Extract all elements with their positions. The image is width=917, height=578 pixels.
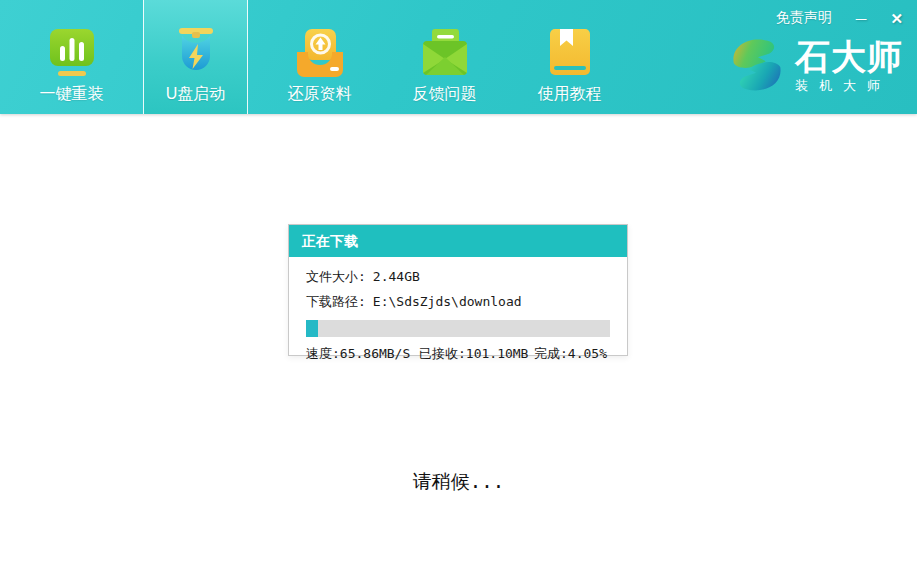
download-path-label: 下载路径: — [306, 294, 366, 309]
completion-stat: 完成:4.05% — [534, 345, 610, 363]
titlebar-controls: 免责声明 ─ ✕ — [776, 9, 903, 27]
nav-item-restore-data[interactable]: 还原资料 — [267, 0, 372, 114]
nav-item-feedback[interactable]: 反馈问题 — [392, 0, 497, 114]
dialog-body: 文件大小:2.44GB 下载路径:E:\SdsZjds\download 速度:… — [289, 268, 627, 363]
speed-stat: 速度:65.86MB/S — [306, 345, 419, 363]
file-size-value: 2.44GB — [373, 269, 420, 284]
disclaimer-link[interactable]: 免责声明 — [776, 9, 832, 27]
restore-data-icon — [292, 24, 348, 82]
logo-subtitle: 装机大师 — [795, 77, 914, 95]
progress-fill — [306, 320, 318, 337]
download-path-row: 下载路径:E:\SdsZjds\download — [306, 293, 610, 311]
logo-title: 石大师 — [795, 39, 903, 76]
nav-label: 使用教程 — [538, 84, 602, 105]
download-path-value: E:\SdsZjds\download — [373, 294, 522, 309]
app-window: 一键重装 U盘启动 — [0, 0, 917, 578]
feedback-mail-icon — [417, 24, 473, 82]
tutorial-book-icon — [544, 24, 596, 82]
nav-item-tutorial[interactable]: 使用教程 — [517, 0, 622, 114]
nav-label: 反馈问题 — [413, 84, 477, 105]
chart-bars-icon — [46, 24, 98, 82]
file-size-row: 文件大小:2.44GB — [306, 268, 610, 286]
usb-boot-icon — [168, 24, 224, 82]
logo-mark-icon — [726, 34, 788, 100]
dialog-title: 正在下载 — [289, 225, 627, 257]
file-size-label: 文件大小: — [306, 269, 366, 284]
nav-item-usb-boot[interactable]: U盘启动 — [143, 0, 248, 114]
nav-label: 一键重装 — [40, 84, 104, 105]
progress-bar — [306, 320, 610, 337]
download-stats: 速度:65.86MB/S 已接收:101.10MB 完成:4.05% — [306, 345, 610, 363]
status-text: 请稍候... — [0, 469, 917, 495]
main-nav: 一键重装 U盘启动 — [9, 0, 632, 114]
download-dialog: 正在下载 文件大小:2.44GB 下载路径:E:\SdsZjds\downloa… — [288, 224, 628, 356]
nav-label: 还原资料 — [288, 84, 352, 105]
nav-item-one-key-reinstall[interactable]: 一键重装 — [19, 0, 124, 114]
close-icon[interactable]: ✕ — [890, 11, 903, 26]
minimize-icon[interactable]: ─ — [856, 11, 867, 26]
brand-logo: 石大师 装机大师 — [726, 34, 903, 100]
app-header: 一键重装 U盘启动 — [0, 0, 917, 114]
logo-text: 石大师 装机大师 — [795, 39, 903, 96]
received-stat: 已接收:101.10MB — [419, 345, 534, 363]
nav-label: U盘启动 — [166, 84, 226, 105]
